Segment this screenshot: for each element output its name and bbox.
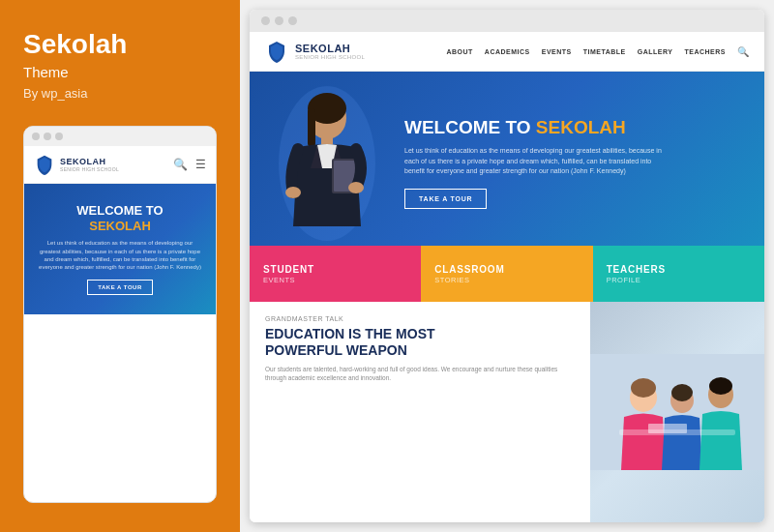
nav-gallery[interactable]: GALLERY (638, 48, 673, 55)
svg-point-8 (348, 182, 364, 193)
hero-person-image (269, 81, 385, 246)
article-description: Our students are talented, hard-working … (265, 365, 575, 382)
svg-point-11 (631, 378, 656, 398)
browser-dot-2 (275, 16, 283, 25)
desktop-nav-links: ABOUT ACADEMICS EVENTS TIMETABLE GALLERY… (446, 46, 749, 57)
desktop-nav: SEKOLAH SENIOR HIGH SCHOOL ABOUT ACADEMI… (250, 32, 764, 72)
browser-bar (250, 10, 764, 32)
nav-academics[interactable]: ACADEMICS (485, 48, 530, 55)
site-content: SEKOLAH SENIOR HIGH SCHOOL ABOUT ACADEMI… (250, 32, 764, 522)
strip-teachers-profile[interactable]: TEACHERS PROFILE (593, 246, 764, 302)
svg-point-15 (709, 377, 732, 395)
left-panel: Sekolah Theme By wp_asia SEKOLAH SENIOR … (0, 0, 240, 532)
mobile-search-icon[interactable]: 🔍 (173, 158, 188, 171)
mobile-preview: SEKOLAH SENIOR HIGH SCHOOL 🔍 ☰ WELCOME T… (23, 126, 217, 503)
svg-point-7 (285, 187, 301, 198)
mobile-shield-icon (34, 154, 55, 175)
bottom-section: Grandmaster Talk EDUCATION IS THE MOST P… (250, 302, 764, 522)
photo-overlay (590, 302, 764, 522)
svg-rect-17 (648, 424, 687, 433)
mobile-logo-text: SEKOLAH SENIOR HIGH SCHOOL (60, 157, 119, 172)
mobile-hero-desc: Let us think of education as the means o… (38, 239, 202, 272)
desktop-hero: WELCOME TO SEKOLAH Let us think of educa… (250, 72, 764, 246)
mobile-hero: WELCOME TO SEKOLAH Let us think of educa… (24, 184, 216, 314)
desktop-shield-icon (265, 40, 288, 63)
browser-dot-3 (288, 16, 297, 25)
svg-rect-3 (308, 108, 315, 147)
article-tag: Grandmaster Talk (265, 315, 575, 322)
theme-author: By wp_asia (23, 86, 217, 101)
students-photo (590, 354, 764, 470)
nav-timetable[interactable]: TIMETABLE (583, 48, 626, 55)
bottom-article: Grandmaster Talk EDUCATION IS THE MOST P… (250, 302, 590, 522)
dot-1 (32, 133, 40, 140)
desktop-search-icon[interactable]: 🔍 (737, 46, 749, 57)
nav-about[interactable]: ABOUT (446, 48, 472, 55)
mobile-logo: SEKOLAH SENIOR HIGH SCHOOL (34, 154, 119, 175)
hero-description: Let us think of education as the means o… (404, 146, 666, 177)
dot-3 (55, 133, 63, 140)
browser-dot-1 (261, 16, 270, 25)
hero-cta-button[interactable]: TAKE A TOUR (404, 189, 487, 209)
browser-window: SEKOLAH SENIOR HIGH SCHOOL ABOUT ACADEMI… (250, 10, 764, 522)
mobile-menu-icon[interactable]: ☰ (195, 158, 206, 171)
person-silhouette (269, 81, 385, 246)
mobile-header-icons: 🔍 ☰ (173, 158, 206, 171)
bottom-image (590, 302, 764, 522)
hero-heading: WELCOME TO SEKOLAH (404, 118, 666, 138)
strip-classroom-stories[interactable]: CLASSROOM STORIES (421, 246, 592, 302)
mobile-nav: SEKOLAH SENIOR HIGH SCHOOL 🔍 ☰ (24, 146, 216, 184)
hero-text-area: WELCOME TO SEKOLAH Let us think of educa… (404, 118, 666, 208)
article-heading: EDUCATION IS THE MOST POWERFUL WEAPON (265, 326, 575, 359)
theme-title: Sekolah (23, 29, 217, 60)
dot-2 (44, 133, 51, 140)
desktop-logo-text: SEKOLAH SENIOR HIGH SCHOOL (295, 43, 365, 60)
theme-subtitle: Theme (23, 64, 217, 80)
mobile-hero-title: WELCOME TO SEKOLAH (38, 203, 202, 233)
svg-point-13 (671, 384, 693, 401)
feature-strips: STUDENT EVENTS CLASSROOM STORIES TEACHER… (250, 246, 764, 302)
nav-events[interactable]: EVENTS (542, 48, 572, 55)
strip-student-events[interactable]: STUDENT EVENTS (250, 246, 421, 302)
right-panel: SEKOLAH SENIOR HIGH SCHOOL ABOUT ACADEMI… (240, 0, 774, 532)
mobile-cta-button[interactable]: TAKE A TOUR (87, 280, 153, 295)
nav-teachers[interactable]: TEACHERS (684, 48, 726, 55)
mobile-browser-dots (24, 127, 216, 146)
desktop-logo: SEKOLAH SENIOR HIGH SCHOOL (265, 40, 365, 63)
